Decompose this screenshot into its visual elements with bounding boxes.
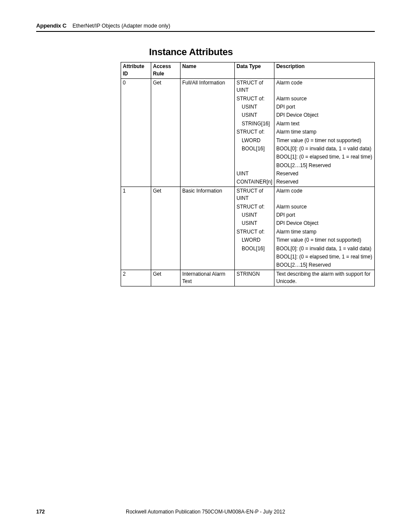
col-access-rule: Access Rule bbox=[151, 62, 181, 79]
cell-data-type: USINT bbox=[235, 211, 274, 219]
cell-data-type: CONTAINER[n] bbox=[235, 178, 274, 187]
cell-data-type: USINT bbox=[235, 103, 274, 111]
cell-data-type bbox=[235, 261, 274, 270]
col-description: Description bbox=[274, 62, 375, 79]
cell-data-type: STRUCT of UINT bbox=[235, 187, 274, 202]
cell-data-type bbox=[235, 153, 274, 161]
cell-description: BOOL[2…15] Reserved bbox=[274, 261, 375, 270]
cell-data-type: STRUCT of UINT bbox=[235, 78, 274, 94]
cell-name: International Alarm Text bbox=[181, 270, 235, 286]
running-header: Appendix C EtherNet/IP Objects (Adapter … bbox=[36, 22, 375, 29]
cell-data-type: LWORD bbox=[235, 137, 274, 145]
cell-description: Alarm code bbox=[274, 187, 375, 202]
cell-data-type: STRINGN bbox=[235, 270, 274, 286]
cell-attribute-id: 1 bbox=[121, 187, 151, 270]
section-title: Instance Attributes bbox=[149, 47, 375, 58]
cell-description: DPI port bbox=[274, 211, 375, 219]
chapter-title: EtherNet/IP Objects (Adapter mode only) bbox=[72, 23, 170, 29]
cell-access-rule: Get bbox=[151, 270, 181, 286]
cell-name: Basic Information bbox=[181, 187, 235, 270]
cell-data-type: BOOL[16] bbox=[235, 245, 274, 253]
page-number: 172 bbox=[36, 509, 88, 515]
cell-description: Timer value (0 = timer not supported) bbox=[274, 236, 375, 244]
cell-data-type: STRUCT of: bbox=[235, 128, 274, 136]
publication-info: Rockwell Automation Publication 750COM-U… bbox=[88, 509, 323, 515]
table-row: 0GetFull/All InformationSTRUCT of UINTAl… bbox=[121, 78, 375, 94]
instance-attributes-table: Attribute ID Access Rule Name Data Type … bbox=[121, 62, 375, 286]
cell-description: BOOL[1]: (0 = elapsed time, 1 = real tim… bbox=[274, 153, 375, 161]
cell-description: Alarm time stamp bbox=[274, 128, 375, 136]
cell-description: Timer value (0 = timer not supported) bbox=[274, 137, 375, 145]
cell-data-type bbox=[235, 162, 274, 170]
table-row: 1GetBasic InformationSTRUCT of UINTAlarm… bbox=[121, 187, 375, 202]
cell-data-type: USINT bbox=[235, 219, 274, 227]
cell-data-type: STRING[16] bbox=[235, 120, 274, 128]
cell-attribute-id: 2 bbox=[121, 270, 151, 286]
cell-description: Alarm source bbox=[274, 95, 375, 103]
cell-description: DPI Device Object bbox=[274, 219, 375, 227]
cell-description: BOOL[0]: (0 = invalid data, 1 = valid da… bbox=[274, 245, 375, 253]
cell-description: BOOL[2…15] Reserved bbox=[274, 162, 375, 170]
cell-data-type: STRUCT of: bbox=[235, 228, 274, 236]
cell-description: Alarm time stamp bbox=[274, 228, 375, 236]
cell-description: Alarm source bbox=[274, 203, 375, 211]
header-rule bbox=[36, 31, 375, 32]
cell-description: Alarm text bbox=[274, 120, 375, 128]
cell-description: Reserved bbox=[274, 170, 375, 178]
cell-data-type: UINT bbox=[235, 170, 274, 178]
cell-description: DPI port bbox=[274, 103, 375, 111]
page-content: Instance Attributes Attribute ID Access … bbox=[121, 47, 375, 286]
col-data-type: Data Type bbox=[235, 62, 274, 79]
cell-description: Text describing the alarm with support f… bbox=[274, 270, 375, 286]
cell-access-rule: Get bbox=[151, 187, 181, 270]
cell-data-type: LWORD bbox=[235, 236, 274, 244]
table-row: 2GetInternational Alarm TextSTRINGNText … bbox=[121, 270, 375, 286]
cell-description: DPI Device Object bbox=[274, 111, 375, 119]
cell-description: BOOL[0]: (0 = invalid data, 1 = valid da… bbox=[274, 145, 375, 153]
cell-data-type: USINT bbox=[235, 111, 274, 119]
cell-data-type: STRUCT of: bbox=[235, 203, 274, 211]
table-header-row: Attribute ID Access Rule Name Data Type … bbox=[121, 62, 375, 79]
cell-data-type: BOOL[16] bbox=[235, 145, 274, 153]
col-attribute-id: Attribute ID bbox=[121, 62, 151, 79]
col-name: Name bbox=[181, 62, 235, 79]
cell-description: Alarm code bbox=[274, 78, 375, 94]
cell-description: BOOL[1]: (0 = elapsed time, 1 = real tim… bbox=[274, 253, 375, 261]
cell-name: Full/All Information bbox=[181, 78, 235, 187]
cell-description: Reserved bbox=[274, 178, 375, 187]
appendix-label: Appendix C bbox=[36, 22, 66, 29]
page-footer: 172 Rockwell Automation Publication 750C… bbox=[36, 509, 375, 515]
cell-access-rule: Get bbox=[151, 78, 181, 187]
cell-attribute-id: 0 bbox=[121, 78, 151, 187]
cell-data-type bbox=[235, 253, 274, 261]
cell-data-type: STRUCT of: bbox=[235, 95, 274, 103]
